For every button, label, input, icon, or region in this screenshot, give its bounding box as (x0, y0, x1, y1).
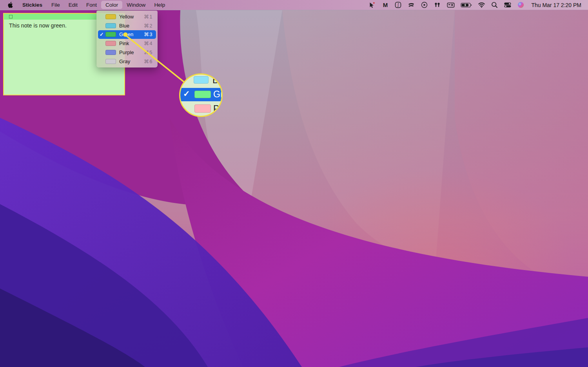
menu-item-shortcut: ⌘1 (144, 14, 153, 20)
menu-item-label: Purple (119, 49, 144, 55)
menu-color[interactable]: Color (101, 1, 122, 9)
yellow-swatch (105, 14, 116, 19)
menu-item-green[interactable]: ✓ Green ⌘3 (98, 30, 156, 39)
control-center-icon[interactable] (504, 0, 512, 10)
gray-swatch (105, 59, 116, 64)
menu-item-yellow[interactable]: Yellow ⌘1 (96, 12, 158, 21)
menu-window[interactable]: Window (122, 0, 150, 10)
svg-text:M: M (383, 2, 388, 8)
menu-app-name[interactable]: Stickies (18, 0, 47, 10)
menu-item-purple[interactable]: Purple ⌘5 (96, 48, 158, 57)
menu-item-shortcut: ⌘3 (144, 31, 153, 37)
menu-item-shortcut: ⌘2 (144, 23, 153, 29)
callout-blue-swatch (194, 76, 209, 84)
pointer-recorder-icon[interactable] (368, 0, 376, 10)
menu-item-label: Green (119, 31, 144, 37)
menu-item-shortcut: ⌘6 (144, 58, 153, 64)
menu-edit[interactable]: Edit (64, 0, 82, 10)
menu-file[interactable]: File (47, 0, 64, 10)
menu-bar: Stickies File Edit Font Color Window Hel… (0, 0, 588, 10)
desktop: Stickies File Edit Font Color Window Hel… (0, 0, 588, 367)
battery-charging-icon[interactable] (461, 0, 472, 10)
magnifier-callout: Bl ✓ Gr Pi (179, 73, 223, 117)
blue-swatch (105, 23, 116, 28)
status-icons: M ʃ (368, 0, 588, 10)
menu-item-label: Yellow (119, 14, 144, 20)
apple-menu[interactable] (0, 0, 18, 10)
s-app-icon[interactable]: ʃ (395, 0, 401, 10)
siri-icon[interactable] (517, 0, 524, 10)
keyboard-switcher-icon[interactable] (447, 0, 455, 10)
green-swatch (105, 32, 116, 37)
menu-item-pink[interactable]: Pink ⌘4 (96, 39, 158, 48)
menu-item-label: Gray (119, 58, 144, 64)
callout-green-label: Gr (213, 89, 223, 100)
apple-icon (7, 2, 13, 8)
airpods-icon[interactable] (434, 0, 441, 10)
callout-checkmark-icon: ✓ (183, 89, 190, 99)
expressvpn-icon[interactable] (407, 0, 415, 10)
menu-help[interactable]: Help (150, 0, 169, 10)
menu-font[interactable]: Font (82, 0, 101, 10)
color-menu-dropdown: Yellow ⌘1 Blue ⌘2 ✓ Green ⌘3 Pink ⌘4 Pur… (96, 11, 158, 68)
menu-item-label: Pink (119, 40, 144, 46)
spotlight-icon[interactable] (491, 0, 498, 10)
menu-item-gray[interactable]: Gray ⌘6 (96, 57, 158, 66)
pink-swatch (105, 41, 116, 46)
menu-item-shortcut: ⌘4 (144, 40, 153, 46)
callout-green-swatch (194, 91, 211, 98)
checkmark-icon: ✓ (100, 31, 105, 37)
play-circle-icon[interactable] (421, 0, 428, 10)
menu-item-blue[interactable]: Blue ⌘2 (96, 21, 158, 30)
menu-bar-clock[interactable]: Thu Mar 17 2:20 PM (531, 2, 581, 8)
callout-pink-swatch (194, 104, 211, 113)
malwarebytes-icon[interactable]: M (382, 0, 389, 10)
wifi-icon[interactable] (478, 0, 485, 10)
menu-item-label: Blue (119, 23, 144, 29)
menu-item-shortcut: ⌘5 (144, 49, 153, 55)
note-close-box[interactable] (9, 15, 13, 18)
svg-text:ʃ: ʃ (397, 3, 399, 7)
purple-swatch (105, 50, 116, 55)
